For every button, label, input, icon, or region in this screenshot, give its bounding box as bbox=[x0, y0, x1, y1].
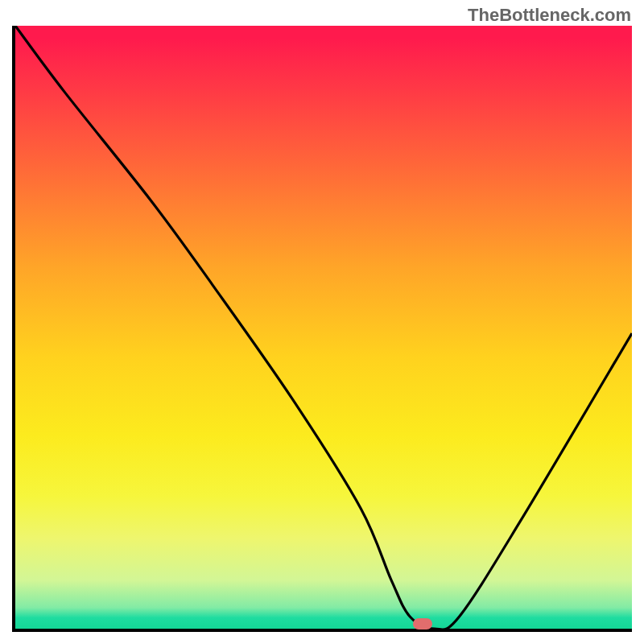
chart-plot-area bbox=[12, 26, 632, 632]
watermark-text: TheBottleneck.com bbox=[468, 5, 631, 26]
bottleneck-curve bbox=[15, 26, 632, 629]
optimal-point-marker bbox=[413, 618, 432, 630]
